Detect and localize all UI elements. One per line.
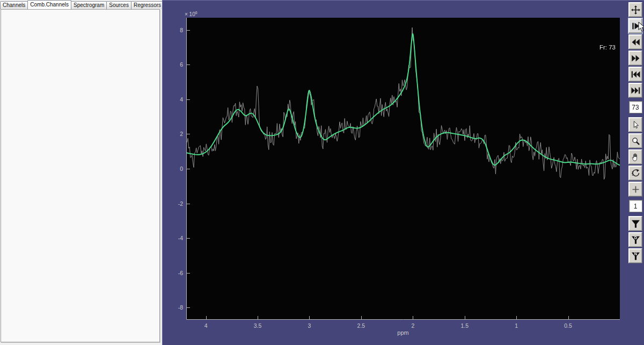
pan-tool-button[interactable] <box>628 2 642 17</box>
rewind-button[interactable] <box>628 34 642 49</box>
y-tick-label: -4 <box>178 235 183 241</box>
x-tick-label: 2 <box>411 322 414 329</box>
y-tick-label: 8 <box>180 27 183 33</box>
x-tick-label: 3 <box>308 322 311 329</box>
frame-number-field[interactable] <box>629 101 642 113</box>
svg-text:N: N <box>634 251 636 256</box>
funnel-d-icon: D <box>631 235 641 245</box>
tab-bar: Channels Comb.Channels Spectrogram Sourc… <box>0 0 162 9</box>
tab-comb-channels[interactable]: Comb.Channels <box>27 0 71 9</box>
filter-n-button[interactable]: N <box>628 248 642 263</box>
skip-to-start-button[interactable] <box>628 67 642 82</box>
filter-button[interactable] <box>628 216 642 231</box>
tab-regressors[interactable]: Regressors <box>131 1 162 9</box>
play-step-icon <box>631 21 641 31</box>
y-tick-label: -2 <box>178 200 183 207</box>
skip-start-icon <box>631 69 641 80</box>
tab-sources[interactable]: Sources <box>106 1 131 9</box>
fast-forward-button[interactable] <box>628 51 642 66</box>
fast-forward-icon <box>631 53 641 63</box>
x-tick-label: 4 <box>204 322 208 329</box>
figure-pane: × 106 Fr: 73 ppm 43.532.521.510.5-8-6-4-… <box>162 0 644 345</box>
y-axis-exponent-label: × 106 <box>185 11 197 17</box>
app-window: Channels Comb.Channels Spectrogram Sourc… <box>0 0 644 345</box>
tab-channels[interactable]: Channels <box>0 1 28 9</box>
crosshair-icon <box>631 184 641 195</box>
y-tick-label: 4 <box>180 96 183 103</box>
frame-number-label: Fr: 73 <box>599 44 616 51</box>
y-tick-label: -6 <box>178 270 183 276</box>
x-axis-label: ppm <box>397 329 408 336</box>
funnel-icon <box>631 219 641 229</box>
x-tick-label: 3.5 <box>254 322 262 329</box>
y-tick-label: 6 <box>180 61 183 68</box>
crosshair-tool-button[interactable] <box>628 182 642 197</box>
step-size-field[interactable] <box>629 200 642 212</box>
comb-channels-panel <box>1 9 160 342</box>
hand-icon <box>631 152 641 162</box>
rewind-icon <box>631 37 641 47</box>
x-tick-label: 0.5 <box>564 322 572 329</box>
x-tick-label: 2.5 <box>357 322 365 329</box>
spectrum-canvas[interactable] <box>186 18 620 320</box>
cursor-icon <box>631 120 641 130</box>
y-tick-label: -8 <box>178 304 183 311</box>
zoom-tool-button[interactable] <box>628 133 642 148</box>
x-tick-label: 1 <box>515 322 518 329</box>
rotate-tool-button[interactable] <box>628 166 642 181</box>
filter-d-button[interactable]: D <box>628 232 642 247</box>
hand-tool-button[interactable] <box>628 149 642 164</box>
magnifier-icon <box>631 136 641 146</box>
rotate-icon <box>631 168 641 178</box>
skip-to-end-button[interactable] <box>628 83 642 98</box>
y-tick-label: 2 <box>180 131 183 137</box>
toolbar: DN <box>628 2 642 263</box>
skip-end-icon <box>631 85 641 96</box>
funnel-n-icon: N <box>631 251 641 261</box>
left-pane: Channels Comb.Channels Spectrogram Sourc… <box>0 0 162 345</box>
plot-axes[interactable]: × 106 Fr: 73 ppm 43.532.521.510.5-8-6-4-… <box>186 18 620 320</box>
tab-spectrogram[interactable]: Spectrogram <box>71 1 107 9</box>
y-tick-label: 0 <box>180 166 183 172</box>
svg-text:D: D <box>634 235 637 240</box>
x-tick-label: 1.5 <box>460 322 469 329</box>
move-icon <box>631 5 641 15</box>
pointer-tool-button[interactable] <box>628 117 642 132</box>
play-step-button[interactable] <box>628 18 642 33</box>
